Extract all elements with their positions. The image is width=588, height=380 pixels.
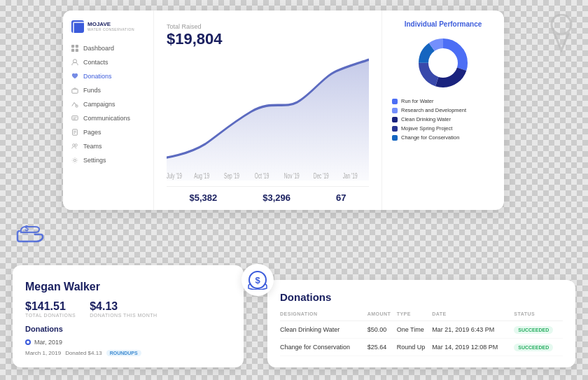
svg-point-28 — [430, 50, 456, 76]
sidebar-label-pages: Pages — [83, 129, 102, 136]
chart-area: July '19 Aug '19 Sep '19 Oct '19 Nov '19… — [167, 54, 369, 181]
svg-text:July '19: July '19 — [167, 171, 182, 180]
donation-group: Mar, 2019 — [25, 339, 231, 346]
sidebar-label-campaigns: Campaigns — [83, 101, 115, 108]
sidebar-item-donations[interactable]: Donations — [63, 69, 153, 83]
performance-legend: Run for Water Research and Development C… — [392, 98, 494, 143]
sidebar-item-pages[interactable]: Pages — [63, 125, 153, 139]
svg-rect-10 — [72, 116, 78, 120]
group-label-text: Mar, 2019 — [34, 339, 62, 346]
donut-chart — [415, 35, 471, 91]
legend-label-1: Research and Development — [401, 107, 466, 113]
total-donations-label: TOTAL DONATIONS — [25, 313, 76, 318]
sidebar-label-funds: Funds — [83, 87, 101, 94]
sidebar-label-communications: Communications — [83, 115, 130, 122]
legend-item-0: Run for Water — [392, 98, 494, 104]
legend-dot-0 — [392, 99, 398, 104]
donation-badge: ROUNDUPS — [106, 350, 141, 356]
sidebar-item-funds[interactable]: Funds — [63, 83, 153, 97]
sidebar-label-dashboard: Dashboard — [83, 45, 114, 52]
cell-amount-0: $50.00 — [368, 321, 397, 339]
sidebar-item-campaigns[interactable]: Campaigns — [63, 97, 153, 111]
hand-dollar-icon: $ — [15, 217, 45, 248]
performance-panel: Individual Performance — [382, 10, 504, 210]
col-status: STATUS — [514, 311, 563, 321]
col-date: DATE — [432, 311, 514, 321]
donation-row: March 1, 2019 Donated $4.13 ROUNDUPS — [25, 350, 231, 356]
legend-dot-3 — [392, 126, 398, 132]
donation-amount: Donated $4.13 — [65, 350, 102, 356]
legend-label-3: Mojave Spring Project — [401, 125, 452, 132]
col-amount: AMOUNT — [368, 311, 397, 321]
sidebar: MOJAVE WATER CONSERVATION Dashboard Cont… — [63, 10, 154, 210]
logo-text: MOJAVE — [88, 22, 134, 28]
stat-value-3: 67 — [336, 192, 346, 203]
donation-date: March 1, 2019 — [25, 350, 61, 356]
dashboard-main: Total Raised $19,804 July '19 Aug '19 Se… — [154, 10, 382, 210]
legend-item-3: Mojave Spring Project — [392, 125, 494, 132]
legend-label-4: Change for Conservation — [401, 134, 459, 141]
legend-dot-1 — [392, 108, 398, 113]
table-row: Change for Conservation $25.64 Round Up … — [280, 339, 563, 356]
svg-text:Oct '19: Oct '19 — [255, 171, 269, 180]
legend-label-0: Run for Water — [401, 98, 433, 104]
cell-date-1: Mar 14, 2019 12:08 PM — [432, 339, 514, 356]
svg-point-0 — [552, 15, 571, 34]
sidebar-label-donations: Donations — [83, 73, 112, 80]
legend-dot-2 — [392, 117, 398, 122]
status-badge-1: SUCCEEDED — [514, 344, 553, 351]
svg-rect-8 — [72, 89, 78, 93]
cell-designation-0: Clean Drinking Water — [280, 321, 368, 339]
stat-3: 67 — [336, 192, 346, 203]
total-raised-label: Total Raised — [167, 23, 369, 30]
donations-title: Donations — [280, 291, 563, 303]
total-raised-amount: $19,804 — [167, 30, 369, 48]
monthly-donations-label: DONATIONS THIS MONTH — [90, 313, 157, 318]
table-row: Clean Drinking Water $50.00 One Time Mar… — [280, 321, 563, 339]
cell-status-1: SUCCEEDED — [514, 339, 563, 356]
donor-stats: $141.51 TOTAL DONATIONS $4.13 DONATIONS … — [25, 300, 231, 318]
sidebar-item-teams[interactable]: Teams — [63, 139, 153, 153]
svg-text:Sep '19: Sep '19 — [224, 171, 239, 180]
donor-card: Megan Walker $141.51 TOTAL DONATIONS $4.… — [13, 265, 244, 367]
logo: MOJAVE WATER CONSERVATION — [63, 20, 153, 41]
sidebar-label-settings: Settings — [83, 157, 106, 164]
svg-text:$: $ — [255, 275, 260, 286]
sidebar-item-communications[interactable]: Communications — [63, 111, 153, 125]
cell-status-0: SUCCEEDED — [514, 321, 563, 339]
performance-title: Individual Performance — [405, 20, 482, 28]
svg-text:Jan '19: Jan '19 — [343, 171, 358, 180]
stat-value-1: $5,382 — [190, 192, 218, 203]
ribbon-icon — [547, 14, 575, 49]
sidebar-item-contacts[interactable]: Contacts — [63, 55, 153, 69]
logo-sub: WATER CONSERVATION — [88, 27, 134, 31]
svg-rect-5 — [71, 49, 74, 52]
svg-text:Nov '19: Nov '19 — [284, 171, 300, 180]
monthly-donations-value: $4.13 — [90, 300, 157, 313]
status-badge-0: SUCCEEDED — [514, 326, 553, 334]
svg-rect-4 — [76, 45, 78, 48]
svg-text:Aug '19: Aug '19 — [194, 171, 209, 180]
total-donations-value: $141.51 — [25, 300, 76, 313]
sidebar-label-contacts: Contacts — [83, 59, 108, 66]
col-designation: DESIGNATION — [280, 311, 368, 321]
monthly-donations-stat: $4.13 DONATIONS THIS MONTH — [90, 300, 157, 318]
legend-item-1: Research and Development — [392, 107, 494, 113]
group-dot — [25, 339, 31, 345]
sidebar-label-teams: Teams — [83, 143, 102, 150]
cell-designation-1: Change for Conservation — [280, 339, 368, 356]
chart-stats: $5,382 $3,296 67 — [167, 186, 369, 203]
legend-item-2: Clean Drinking Water — [392, 116, 494, 122]
svg-line-1 — [557, 39, 561, 50]
svg-point-14 — [74, 159, 76, 161]
total-donations-stat: $141.51 TOTAL DONATIONS — [25, 300, 76, 318]
legend-dot-4 — [392, 135, 398, 141]
svg-text:$: $ — [24, 225, 29, 232]
cell-amount-1: $25.64 — [368, 339, 397, 356]
legend-label-2: Clean Drinking Water — [401, 116, 451, 122]
legend-item-4: Change for Conservation — [392, 134, 494, 141]
sidebar-item-dashboard[interactable]: Dashboard — [63, 41, 153, 55]
sidebar-item-settings[interactable]: Settings — [63, 153, 153, 167]
svg-rect-3 — [71, 45, 74, 48]
svg-rect-6 — [76, 49, 78, 52]
